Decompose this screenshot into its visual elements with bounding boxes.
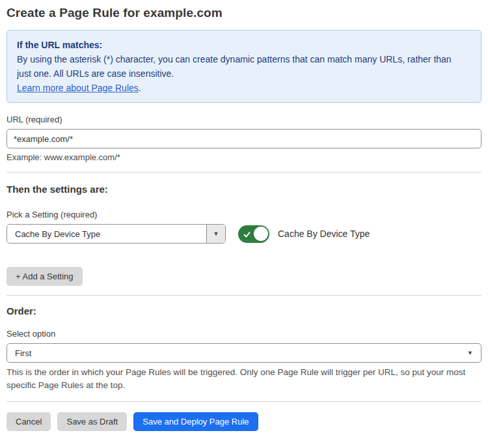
order-section-heading: Order: <box>7 305 481 317</box>
info-box-body: By using the asterisk (*) character, you… <box>17 52 459 81</box>
save-and-deploy-button[interactable]: Save and Deploy Page Rule <box>133 412 258 431</box>
setting-select[interactable]: Cache By Device Type ▼ <box>7 224 226 244</box>
url-field-label: URL (required) <box>7 115 481 125</box>
chevron-down-icon: ▼ <box>467 350 473 356</box>
link-suffix: . <box>139 83 141 93</box>
check-icon <box>243 230 251 242</box>
url-input[interactable] <box>7 129 481 148</box>
footer-divider <box>7 401 481 402</box>
setting-row: Cache By Device Type ▼ Cache By Device T… <box>7 224 481 244</box>
section-divider <box>7 295 481 296</box>
chevron-down-icon: ▼ <box>213 231 219 237</box>
create-page-rule-form: Create a Page Rule for example.com If th… <box>0 0 488 447</box>
order-select-value: First <box>15 348 31 358</box>
url-example-helper: Example: www.example.com/* <box>7 152 481 163</box>
order-helper-text: This is the order in which your Page Rul… <box>7 366 478 392</box>
save-as-draft-button[interactable]: Save as Draft <box>57 412 127 431</box>
info-box-link-line: Learn more about Page Rules. <box>17 81 471 95</box>
cancel-button[interactable]: Cancel <box>7 412 51 431</box>
toggle-knob <box>254 227 268 241</box>
section-divider <box>7 172 481 173</box>
footer-actions: Cancel Save as Draft Save and Deploy Pag… <box>7 412 481 431</box>
order-select[interactable]: First ▼ <box>7 343 481 363</box>
order-select-label: Select option <box>7 329 481 339</box>
page-title: Create a Page Rule for example.com <box>7 5 481 21</box>
setting-select-arrow-button[interactable]: ▼ <box>206 225 225 243</box>
add-setting-button[interactable]: + Add a Setting <box>7 267 83 286</box>
settings-section-heading: Then the settings are: <box>7 183 481 195</box>
info-box-heading: If the URL matches: <box>17 38 471 52</box>
toggle-setting-label: Cache By Device Type <box>278 229 370 239</box>
setting-select-value: Cache By Device Type <box>7 225 206 243</box>
url-match-info-box: If the URL matches: By using the asteris… <box>7 30 481 103</box>
pick-setting-label: Pick a Setting (required) <box>7 210 481 220</box>
learn-more-page-rules-link[interactable]: Learn more about Page Rules <box>17 83 139 93</box>
cache-device-type-toggle[interactable] <box>238 225 269 243</box>
